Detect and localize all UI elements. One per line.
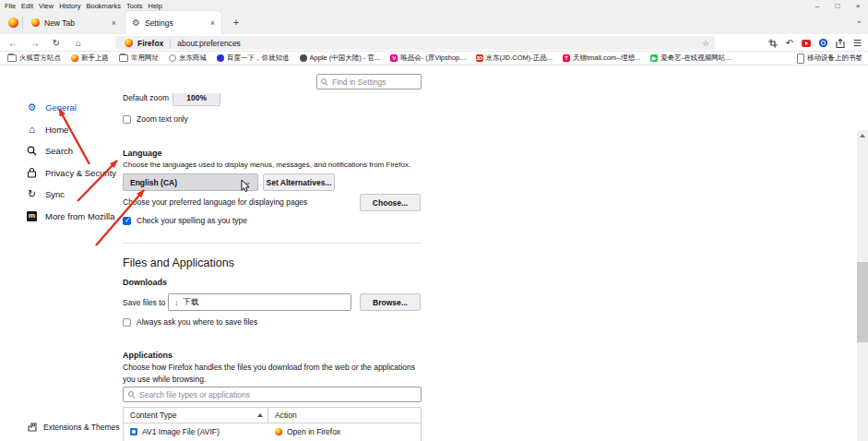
find-in-settings-input[interactable] xyxy=(330,77,417,88)
close-icon[interactable]: × xyxy=(848,0,868,11)
menu-help[interactable]: Help xyxy=(146,2,165,10)
sidebar-item-search[interactable]: Search xyxy=(26,140,123,162)
app-menu-icon[interactable]: ☰ xyxy=(853,39,862,48)
sort-ascending-icon xyxy=(257,413,263,417)
download-path-field[interactable]: ↓ 下载 xyxy=(168,293,351,311)
scrollbar[interactable] xyxy=(857,130,868,441)
checkbox-icon[interactable] xyxy=(123,318,131,327)
maximize-icon[interactable]: □ xyxy=(827,0,848,11)
puzzle-icon xyxy=(28,423,37,432)
sidebar-item-more-from-mozilla[interactable]: m More from Mozilla xyxy=(26,206,123,228)
close-tab-icon[interactable]: × xyxy=(112,18,116,28)
checkbox-label: Zoom text only xyxy=(137,114,188,124)
action-header[interactable]: Action xyxy=(268,411,297,420)
settings-page: ⚙ General ⌂ Home Search Privacy & Securi… xyxy=(0,65,868,441)
menu-bookmarks[interactable]: Bookmarks xyxy=(84,2,125,10)
blue-extension-icon[interactable] xyxy=(819,39,827,47)
bookmark-item[interactable]: V唯品会- (原Vipshop... xyxy=(390,54,465,63)
minimize-icon[interactable]: – xyxy=(807,0,827,11)
applications-table: Content Type Action AV1 Image File (AVIF… xyxy=(123,407,422,441)
default-zoom-dropdown[interactable]: 100% xyxy=(172,93,220,106)
close-tab-icon[interactable]: × xyxy=(210,18,215,28)
bookmark-label: 京东(JD.COM)-正品... xyxy=(486,54,553,63)
header-label: Content Type xyxy=(130,411,176,420)
undo-icon[interactable]: ↶ xyxy=(786,39,793,48)
language-dropdown-value: English (CA) xyxy=(130,178,177,187)
zoom-text-only-checkbox[interactable]: Zoom text only xyxy=(123,114,188,124)
menu-bar: File Edit View History Bookmarks Tools H… xyxy=(0,0,868,11)
bookmark-item[interactable]: Apple (中国大陆) - 官... xyxy=(300,54,381,63)
applications-search-input[interactable] xyxy=(137,389,416,400)
sidebar-item-general[interactable]: ⚙ General xyxy=(26,97,123,119)
url-brand-label: Firefox xyxy=(137,39,163,48)
bookmark-label: 爱奇艺-在线视频网站... xyxy=(660,54,731,63)
firefox-icon[interactable] xyxy=(8,18,18,28)
bookmark-label: 唯品会- (原Vipshop... xyxy=(400,54,465,63)
spellcheck-checkbox[interactable]: Check your spelling as you type xyxy=(123,216,247,225)
menu-tools[interactable]: Tools xyxy=(124,2,146,10)
toolbar-extensions: ↶ ☰ xyxy=(768,34,862,52)
menu-history[interactable]: History xyxy=(56,2,83,10)
bookmark-label: 京东商城 xyxy=(179,54,207,63)
sidebar-label: Home xyxy=(45,125,68,135)
language-dropdown[interactable]: English (CA) ⌄ xyxy=(123,173,258,191)
sidebar-item-privacy-security[interactable]: Privacy & Security xyxy=(26,162,123,185)
bookmark-folder[interactable]: 常用网址 xyxy=(119,54,159,63)
always-ask-checkbox[interactable]: Always ask you where to save files xyxy=(123,317,257,327)
extensions-themes-label: Extensions & Themes xyxy=(43,423,120,432)
forward-icon[interactable]: → xyxy=(28,34,42,52)
share-icon[interactable] xyxy=(836,39,845,48)
bookmark-item[interactable]: 京东商城 xyxy=(169,54,207,63)
folder-icon xyxy=(119,54,128,62)
sync-icon: ↻ xyxy=(26,189,38,199)
sidebar-label: Search xyxy=(45,146,73,156)
back-icon[interactable]: ← xyxy=(6,34,20,52)
bookmark-item[interactable]: ▶爱奇艺-在线视频网站... xyxy=(650,54,731,63)
red-extension-icon[interactable] xyxy=(802,40,811,47)
applications-description: Choose how Firefox handles the files you… xyxy=(123,362,416,386)
list-all-tabs-icon[interactable]: ⌄ xyxy=(855,16,862,25)
table-row[interactable]: AV1 Image File (AVIF) Open in Firefox xyxy=(124,423,421,439)
set-alternatives-button[interactable]: Set Alternatives... xyxy=(263,173,335,191)
save-files-to-label: Save files to xyxy=(123,298,165,307)
apple-icon xyxy=(300,54,307,62)
choose-language-button[interactable]: Choose... xyxy=(360,194,421,211)
url-separator xyxy=(170,39,171,47)
navigation-toolbar: ← → ↻ ⌂ Firefox about:preferences ☆ ↶ ☰ xyxy=(0,34,868,52)
lock-icon xyxy=(26,167,38,178)
menu-view[interactable]: View xyxy=(36,2,56,10)
checkbox-icon[interactable] xyxy=(123,115,131,124)
checkbox-checked-icon[interactable] xyxy=(123,217,131,225)
sidebar-item-sync[interactable]: ↻ Sync xyxy=(26,184,123,206)
checkbox-label: Check your spelling as you type xyxy=(137,216,247,225)
browse-button[interactable]: Browse... xyxy=(360,293,421,311)
bookmark-item[interactable]: JD京东(JD.COM)-正品... xyxy=(476,54,553,63)
bookmark-folder[interactable]: 火狐官方站点 xyxy=(7,54,61,63)
bookmark-item[interactable]: 新手上路 xyxy=(71,54,109,63)
bookmark-item[interactable]: 百度一下，你就知道 xyxy=(217,54,290,63)
mobile-bookmarks-folder[interactable]: 移动设备上的书签 xyxy=(797,54,862,64)
downloads-title: Downloads xyxy=(123,278,167,287)
content-type-header[interactable]: Content Type xyxy=(124,408,268,423)
extensions-themes-link[interactable]: Extensions & Themes xyxy=(28,423,120,432)
scroll-up-icon[interactable] xyxy=(860,134,865,137)
home-icon[interactable]: ⌂ xyxy=(71,34,86,52)
tab-new-tab[interactable]: New Tab × xyxy=(25,11,123,34)
applications-search xyxy=(123,387,422,402)
tmall-icon: T xyxy=(563,54,570,62)
scrollbar-thumb[interactable] xyxy=(857,262,868,342)
bookmark-star-icon[interactable]: ☆ xyxy=(702,39,709,48)
sidebar-item-home[interactable]: ⌂ Home xyxy=(26,119,123,141)
new-tab-button[interactable]: + xyxy=(229,15,244,30)
screenshot-icon[interactable] xyxy=(768,39,778,48)
menu-edit[interactable]: Edit xyxy=(18,2,36,10)
bookmark-label: 移动设备上的书签 xyxy=(807,54,862,63)
avif-image-icon xyxy=(130,428,137,435)
reload-icon[interactable]: ↻ xyxy=(49,34,64,52)
jd-icon: JD xyxy=(476,54,483,62)
bookmark-item[interactable]: T天猫tmall.com--理想... xyxy=(563,54,640,63)
tab-settings[interactable]: ⚙ Settings × xyxy=(125,11,221,34)
preferred-language-label: Choose your preferred language for displ… xyxy=(123,197,307,207)
url-bar[interactable]: Firefox about:preferences ☆ xyxy=(115,36,715,50)
menu-file[interactable]: File xyxy=(2,2,18,10)
